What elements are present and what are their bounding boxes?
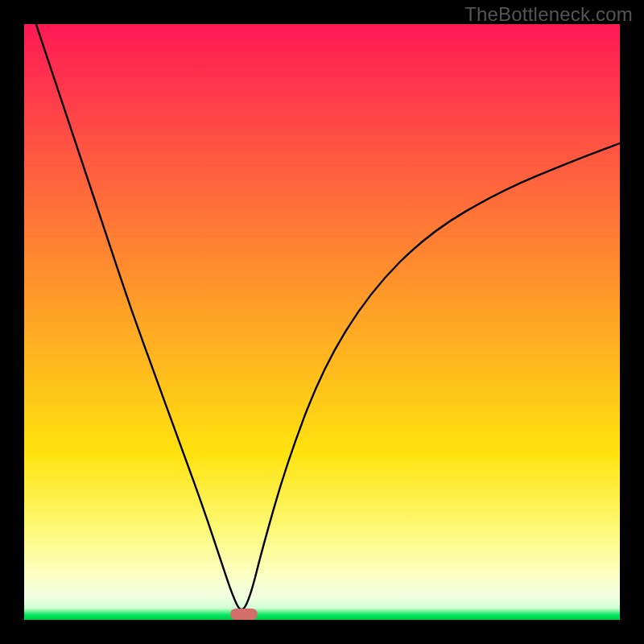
bottleneck-curve: [24, 24, 620, 620]
curve-path: [36, 24, 620, 609]
plot-area: [24, 24, 620, 620]
chart-frame: TheBottleneck.com: [0, 0, 644, 644]
optimal-marker: [230, 609, 258, 620]
watermark-text: TheBottleneck.com: [464, 3, 633, 26]
